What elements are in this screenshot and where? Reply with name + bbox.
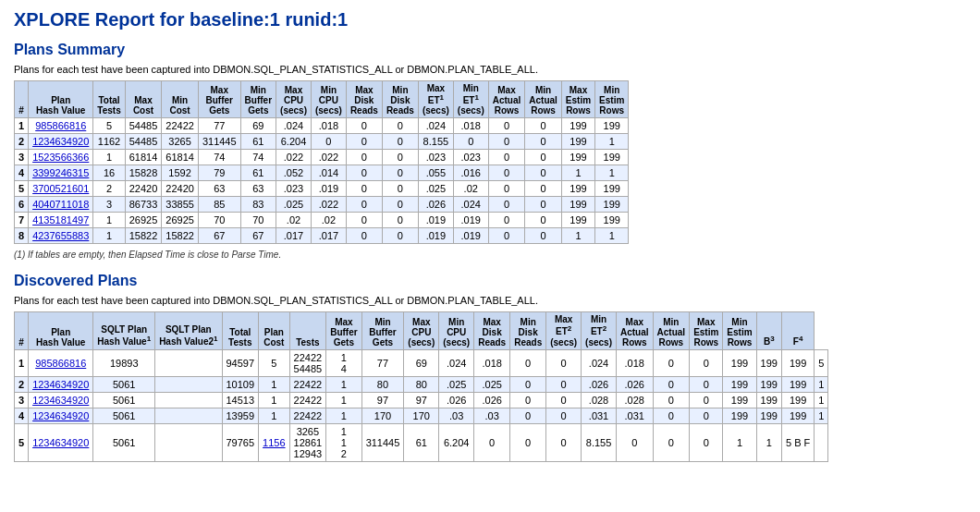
table-cell: 1162	[93, 134, 125, 150]
table-cell: 63	[240, 181, 276, 197]
table-cell[interactable]: 1234634920	[29, 134, 93, 150]
table-row: 31523566366161814618147474.022.02200.023…	[15, 150, 629, 165]
table-cell: .017	[311, 228, 346, 244]
table-cell: 199	[561, 213, 594, 228]
table-cell: 77	[198, 118, 240, 134]
table-cell: 26925	[162, 213, 199, 228]
table-cell[interactable]: 4040711018	[29, 197, 93, 213]
table-cell[interactable]: 1234634920	[29, 408, 93, 423]
discovered-plans-section: Discovered Plans Plans for each test hav…	[14, 273, 966, 461]
table-row: 74135181497126925269257070.02.0200.019.0…	[15, 213, 629, 228]
table-cell: 0	[525, 150, 562, 165]
table-cell: 14513	[222, 392, 259, 408]
table-cell: 15828	[125, 165, 162, 181]
table-cell[interactable]: 1234634920	[29, 423, 93, 461]
table-cell: .03	[439, 408, 474, 423]
table-cell: 85	[198, 197, 240, 213]
table-cell[interactable]: 1156	[259, 423, 289, 461]
table-cell: 61814	[125, 150, 162, 165]
col-max-cpu: MaxCPU(secs)	[276, 81, 312, 118]
table-cell: 6	[15, 197, 29, 213]
table-cell: 70	[240, 213, 276, 228]
table-cell: 0	[382, 165, 418, 181]
table-cell: .019	[453, 228, 488, 244]
dp-col-max-disk-reads: MaxDiskReads	[474, 312, 510, 349]
table-cell[interactable]: 985866816	[29, 118, 93, 134]
table-cell: .025	[418, 181, 453, 197]
col-min-cost: MinCost	[162, 81, 199, 118]
col-num: #	[15, 81, 29, 118]
table-cell: 97	[404, 392, 439, 408]
table-cell[interactable]: 3700521601	[29, 181, 93, 197]
dp-col-total-tests: TotalTests	[222, 312, 259, 349]
table-cell: 0	[346, 228, 382, 244]
table-cell: 0	[546, 349, 582, 376]
table-cell: 199	[561, 134, 594, 150]
table-cell: .024	[418, 118, 453, 134]
discovered-plans-heading: Discovered Plans	[14, 273, 966, 289]
table-cell: .031	[617, 408, 654, 423]
table-cell: 63	[198, 181, 240, 197]
table-row: 1985866816554485224227769.024.01800.024.…	[15, 118, 629, 134]
table-cell: .031	[582, 408, 617, 423]
table-cell: .024	[453, 197, 488, 213]
discovered-plans-description: Plans for each test have been captured i…	[14, 295, 966, 306]
table-cell: 311445	[361, 423, 404, 461]
table-cell: 199	[595, 150, 629, 165]
table-cell: .055	[418, 165, 453, 181]
table-cell[interactable]: 1234634920	[29, 376, 93, 392]
table-cell: 199	[781, 392, 814, 408]
table-cell: 0	[382, 197, 418, 213]
table-cell: .025	[474, 376, 510, 392]
table-cell: .026	[439, 392, 474, 408]
table-cell: 199	[561, 150, 594, 165]
table-cell: 0	[525, 134, 562, 150]
table-cell[interactable]: 1234634920	[29, 392, 93, 408]
table-cell: 0	[488, 150, 525, 165]
table-cell: 1	[93, 228, 125, 244]
table-cell: 0	[311, 134, 346, 150]
col-min-cpu: MinCPU(secs)	[311, 81, 346, 118]
table-cell: 0	[488, 165, 525, 181]
table-cell: 0	[488, 118, 525, 134]
table-cell: 0	[653, 408, 690, 423]
table-cell: 22420	[162, 181, 199, 197]
table-cell: 1	[326, 408, 361, 423]
table-cell[interactable]: 4135181497	[29, 213, 93, 228]
table-cell[interactable]: 1523566366	[29, 150, 93, 165]
dp-col-tests: Tests	[289, 312, 326, 349]
table-row: 43399246315161582815927961.052.01400.055…	[15, 165, 629, 181]
col-max-actual-rows: MaxActualRows	[488, 81, 525, 118]
table-cell[interactable]: 3399246315	[29, 165, 93, 181]
col-max-disk-reads: MaxDiskReads	[346, 81, 382, 118]
table-cell: 0	[382, 134, 418, 150]
table-cell: .02	[453, 181, 488, 197]
table-cell: 0	[474, 423, 510, 461]
table-cell: 0	[346, 118, 382, 134]
col-min-disk-reads: MinDiskReads	[382, 81, 418, 118]
table-cell: 199	[723, 349, 756, 376]
table-cell[interactable]: 4237655883	[29, 228, 93, 244]
table-cell: 33855	[162, 197, 199, 213]
table-cell: 1	[595, 228, 629, 244]
plans-summary-section: Plans Summary Plans for each test have b…	[14, 42, 966, 260]
table-cell: 0	[453, 134, 488, 150]
table-cell: 2	[15, 134, 29, 150]
table-cell: 0	[488, 197, 525, 213]
table-cell: 69	[240, 118, 276, 134]
table-cell: 199	[781, 408, 814, 423]
table-cell: 2242254485	[289, 349, 326, 376]
table-cell: 199	[595, 118, 629, 134]
table-cell: 199	[595, 197, 629, 213]
dp-col-max-estim-rows: MaxEstimRows	[690, 312, 723, 349]
table-cell: 1	[259, 408, 289, 423]
table-cell: 0	[346, 165, 382, 181]
table-cell: 199	[723, 376, 756, 392]
dp-col-max-et2: MaxET2(secs)	[546, 312, 582, 349]
table-cell: 13959	[222, 408, 259, 423]
table-cell[interactable]: 985866816	[29, 349, 93, 376]
table-cell: .026	[582, 376, 617, 392]
table-cell: 54485	[125, 118, 162, 134]
table-cell: 0	[382, 118, 418, 134]
table-cell: 5061	[93, 392, 155, 408]
